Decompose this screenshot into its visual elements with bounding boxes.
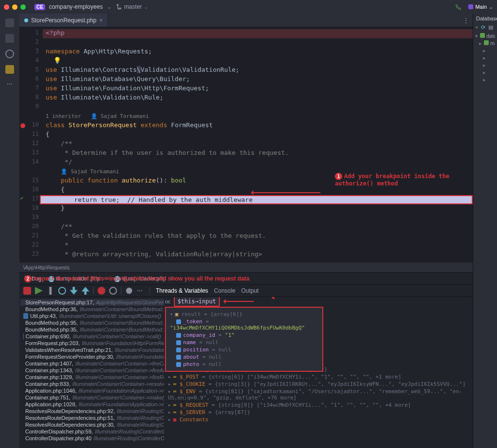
stack-frame[interactable]: Application.php:1046, Illuminate\Foundat… bbox=[20, 387, 164, 394]
debug-toolbar: ⋯ Threads & Variables Console Output bbox=[19, 284, 473, 297]
titlebar: CE company-employees ⌄ master ⌄ Main ⌄ bbox=[0, 0, 497, 14]
evaluation-result: ▾▣ result = {array[6]} _token = "i34wcMm… bbox=[165, 307, 323, 372]
tab-overflow-icon[interactable]: ⋮ bbox=[463, 14, 473, 27]
result-item: name = null bbox=[170, 339, 318, 346]
stack-frames[interactable]: StorePersonRequest.php:17, App\Http\Requ… bbox=[19, 297, 165, 448]
phone-icon[interactable] bbox=[455, 3, 462, 10]
window-controls[interactable] bbox=[4, 4, 26, 10]
debug-subtab-threads[interactable]: Threads & Variables bbox=[156, 287, 208, 294]
refresh-icon[interactable]: ⟳ bbox=[481, 24, 485, 31]
stack-frame[interactable]: Container.php:690, Illuminate\Container\… bbox=[20, 333, 164, 340]
annotation-1: 1Add your breakpoint inside the authoriz… bbox=[335, 173, 461, 187]
mute-breakpoints-icon[interactable] bbox=[109, 287, 117, 295]
step-into-button[interactable] bbox=[70, 287, 78, 295]
chevron-down-icon[interactable]: ⌄ bbox=[107, 3, 112, 10]
close-tab-icon[interactable]: × bbox=[99, 17, 103, 24]
editor-tab[interactable]: StorePersonRequest.php × bbox=[19, 14, 108, 27]
variables-pane[interactable]: oc ▾▣ result = {array[6]} _token = "i34w… bbox=[165, 297, 473, 448]
github-icon[interactable] bbox=[5, 50, 14, 58]
add-datasource-icon[interactable]: + bbox=[475, 24, 478, 31]
debug-subtab-console[interactable]: Console bbox=[214, 287, 235, 294]
superglobals[interactable]: ▸≔ $this = {App\Http\Requests\StorePerso… bbox=[168, 366, 470, 423]
editor-gutter[interactable]: 1234567891011121314151617✔181920212223 bbox=[19, 27, 43, 263]
db-tree-node[interactable]: ▸ma bbox=[475, 40, 495, 47]
variable-row[interactable]: ▸≔ $_COOKIE = {string[3]} ["eyJpdiI6IlRK… bbox=[168, 381, 470, 388]
result-item: about = null bbox=[170, 353, 318, 361]
stack-frame[interactable]: BoundMethod.php:35, Illuminate\Container… bbox=[20, 326, 164, 333]
step-out-button[interactable] bbox=[82, 287, 89, 295]
annotation-2: 2Inspect the result of $this->input() wh… bbox=[24, 275, 249, 282]
variable-row[interactable]: ▸≔ $_ENV = {string[81]} ["sajadtorkamani… bbox=[168, 388, 470, 401]
stack-frame[interactable]: Util.php:43, Illuminate\Container\Util::… bbox=[20, 313, 164, 319]
project-tool-icon[interactable] bbox=[5, 18, 14, 27]
annotation-arrow bbox=[252, 192, 320, 193]
debug-panel: Debug ⬤dump-loader.php× ⬤dump-loader.php… bbox=[19, 272, 473, 448]
result-item: photo = null bbox=[170, 361, 318, 368]
close-window-icon[interactable] bbox=[4, 4, 9, 10]
db-tree-node[interactable]: ▸ bbox=[475, 54, 495, 62]
resume-button[interactable] bbox=[35, 287, 43, 295]
stack-frame[interactable]: BoundMethod.php:36, Illuminate\Container… bbox=[20, 306, 164, 313]
stack-frame[interactable]: Application.php:1028, Illuminate\Foundat… bbox=[20, 401, 164, 408]
stack-frame[interactable]: ResolvesRouteDependencies.php:92, Illumi… bbox=[20, 408, 164, 415]
stack-frame[interactable]: ValidatesWhenResolvedTrait.php:21, Illum… bbox=[20, 347, 164, 353]
result-item: _token = "i34wcMmDfXCHY1iQO6MDbsJdWB6fps… bbox=[170, 318, 318, 332]
code-editor[interactable]: ✔ 1234567891011121314151617✔181920212223… bbox=[19, 27, 473, 263]
stack-frame[interactable]: Container.php:1343, Illuminate\Container… bbox=[20, 367, 164, 374]
step-over-button[interactable] bbox=[58, 287, 66, 295]
variable-row[interactable]: ▸▣ Constants bbox=[168, 416, 470, 423]
pause-button[interactable] bbox=[47, 287, 54, 295]
variable-row[interactable]: ▸≔ $_REQUEST = {string[9]} ["i34wcMmDfXC… bbox=[168, 401, 470, 409]
filter-icon[interactable]: ▤ bbox=[488, 24, 493, 31]
db-tree-node[interactable]: ▸ bbox=[475, 69, 495, 76]
db-tree-node[interactable]: ▸ bbox=[475, 62, 495, 69]
stack-frame[interactable]: BoundMethod.php:95, Illuminate\Container… bbox=[20, 319, 164, 326]
stack-frame[interactable]: FormRequestServiceProvider.php:30, Illum… bbox=[20, 353, 164, 360]
stack-frame[interactable]: Container.php:833, Illuminate\Container\… bbox=[20, 381, 164, 387]
vcs-branch[interactable]: master ⌄ bbox=[116, 3, 149, 10]
annotation-arrow bbox=[225, 301, 254, 302]
breakpoint-icon[interactable] bbox=[98, 287, 105, 295]
result-item: position = null bbox=[170, 346, 318, 353]
php-file-icon bbox=[24, 18, 28, 22]
db-tree-node[interactable]: ▸ bbox=[475, 76, 495, 83]
minimize-window-icon[interactable] bbox=[12, 4, 17, 10]
breadcrumb[interactable]: \App\Http\Requests bbox=[19, 263, 473, 272]
stack-frame[interactable]: Container.php:1329, Illuminate\Container… bbox=[20, 374, 164, 381]
bookmark-icon[interactable] bbox=[5, 65, 14, 74]
project-badge: CE bbox=[34, 4, 45, 10]
debug-subtab-output[interactable]: Output bbox=[241, 287, 259, 294]
editor-content[interactable]: <?phpnamespace App\Http\Requests; 💡use I… bbox=[43, 27, 473, 263]
stop-button[interactable] bbox=[23, 287, 31, 295]
more-icon[interactable]: ⋯ bbox=[137, 287, 143, 294]
project-name[interactable]: company-employees bbox=[49, 3, 103, 10]
left-toolbar: ⋯ bbox=[0, 14, 19, 448]
maximize-window-icon[interactable] bbox=[20, 4, 26, 10]
stack-frame[interactable]: Container.php:1407, Illuminate\Container… bbox=[20, 360, 164, 367]
stack-frame[interactable]: Container.php:751, Illuminate\Container\… bbox=[20, 394, 164, 401]
result-item: company_id = "1" bbox=[170, 332, 318, 339]
annotation-arrow bbox=[273, 297, 310, 298]
stack-frame[interactable]: StorePersonRequest.php:17, App\Http\Requ… bbox=[20, 299, 164, 306]
stack-frame[interactable]: ControllerDispatcher.php:40 Illuminate\R… bbox=[20, 435, 164, 442]
stack-frame[interactable]: ResolvesRouteDependencies.php:51, Illumi… bbox=[20, 415, 164, 421]
stack-frame[interactable]: ResolvesRouteDependencies.php:30, Illumi… bbox=[20, 421, 164, 428]
evaluate-expression-input[interactable] bbox=[174, 297, 220, 307]
more-icon[interactable]: ⋯ bbox=[7, 81, 13, 87]
tab-label: StorePersonRequest.php bbox=[31, 17, 97, 24]
database-title: Database bbox=[473, 14, 497, 23]
run-config[interactable]: Main ⌄ bbox=[468, 4, 493, 10]
variable-row[interactable]: ▸≔ $_POST = {string[6]} ["i34wcMmDfXCHY1… bbox=[168, 373, 470, 381]
db-tree-node[interactable]: ▾datab bbox=[475, 33, 495, 40]
stack-frame[interactable]: ControllerDispatcher.php:59, Illuminate\… bbox=[20, 428, 164, 435]
database-tool-window[interactable]: Database + ⟳ ▤ ▾datab▸ma▸▸▸▸▸ bbox=[473, 14, 497, 448]
branch-icon bbox=[116, 3, 122, 10]
settings-icon[interactable] bbox=[125, 287, 133, 295]
structure-icon[interactable] bbox=[5, 34, 14, 43]
db-tree-node[interactable]: ▸ bbox=[475, 47, 495, 54]
editor-tabs: StorePersonRequest.php × ⋮ bbox=[19, 14, 473, 27]
variable-row[interactable]: ▸≔ $_SERVER = {array[87]} bbox=[168, 409, 470, 416]
stack-frame[interactable]: FormRequest.php:203, Illuminate\Foundati… bbox=[20, 340, 164, 347]
run-config-icon bbox=[468, 4, 473, 9]
